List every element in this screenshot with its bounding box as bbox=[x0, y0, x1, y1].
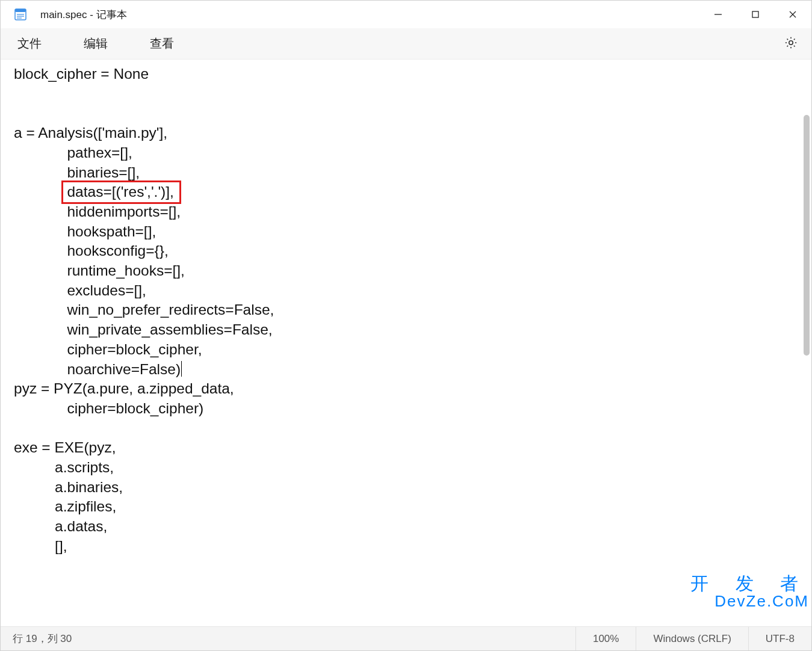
menu-file[interactable]: 文件 bbox=[5, 32, 54, 55]
status-encoding: UTF-8 bbox=[748, 627, 811, 650]
statusbar: 行 19，列 30 100% Windows (CRLF) UTF-8 bbox=[1, 626, 811, 650]
editor-area: block_cipher = None a = Analysis(['main.… bbox=[1, 60, 811, 626]
minimize-button[interactable] bbox=[699, 1, 737, 28]
close-button[interactable] bbox=[774, 1, 811, 28]
status-line-ending: Windows (CRLF) bbox=[636, 627, 748, 650]
status-cursor-position: 行 19，列 30 bbox=[1, 632, 72, 646]
window-title: main.spec - 记事本 bbox=[40, 8, 127, 22]
svg-rect-6 bbox=[752, 11, 758, 17]
menubar: 文件 编辑 查看 bbox=[1, 28, 811, 60]
status-zoom: 100% bbox=[575, 627, 636, 650]
menu-edit[interactable]: 编辑 bbox=[72, 32, 120, 55]
text-caret bbox=[181, 361, 182, 377]
menu-view[interactable]: 查看 bbox=[138, 32, 186, 55]
notepad-window: main.spec - 记事本 文件 编辑 查看 block_cipher = bbox=[0, 0, 812, 651]
settings-button[interactable] bbox=[779, 32, 803, 56]
titlebar: main.spec - 记事本 bbox=[1, 1, 811, 28]
vertical-scrollbar[interactable] bbox=[800, 61, 811, 625]
gear-icon bbox=[784, 35, 798, 52]
svg-rect-1 bbox=[15, 9, 26, 12]
notepad-icon bbox=[14, 8, 27, 21]
svg-point-9 bbox=[789, 40, 793, 44]
scroll-thumb[interactable] bbox=[804, 115, 810, 356]
text-editor[interactable]: block_cipher = None a = Analysis(['main.… bbox=[1, 60, 811, 626]
maximize-button[interactable] bbox=[737, 1, 774, 28]
